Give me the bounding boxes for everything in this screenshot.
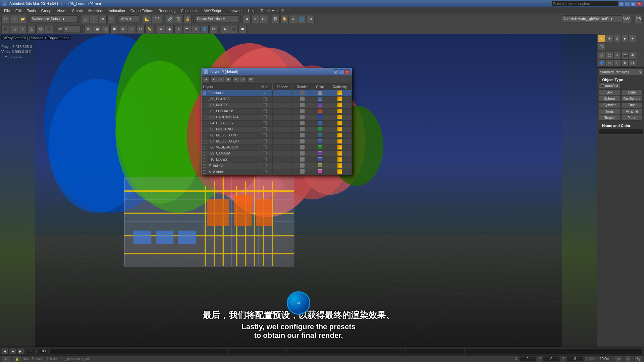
t2-btn6[interactable]: ☰: [45, 25, 53, 33]
layer-dialog-help[interactable]: ?: [333, 69, 338, 74]
view-dropdown[interactable]: View ▾: [119, 15, 139, 23]
x-input[interactable]: [519, 356, 536, 362]
t2-shading[interactable]: ◆: [166, 25, 174, 33]
viewport-next-btn[interactable]: ▷: [625, 356, 632, 362]
menu-views[interactable]: Views: [54, 8, 69, 13]
search-input[interactable]: [551, 1, 619, 6]
menu-maxscript[interactable]: MAXScript: [201, 8, 224, 13]
unlink-btn[interactable]: ⛓: [175, 15, 183, 23]
timeline-play-btn[interactable]: ▶: [9, 348, 16, 354]
t2-align[interactable]: ⊞: [128, 25, 136, 33]
link-btn[interactable]: 🔗: [166, 15, 174, 23]
automultimatte-dropdown[interactable]: AutoMultiMatte_lightSelectorEr ▾: [562, 15, 622, 23]
plane-btn[interactable]: Plane: [621, 115, 643, 121]
r2-btn9[interactable]: ≡: [621, 59, 629, 67]
layer-row-01[interactable]: _01_MUROS —: [202, 102, 352, 108]
layer-move-btn[interactable]: ⤶: [232, 76, 239, 82]
shape-icon[interactable]: ◯: [606, 52, 613, 59]
create-selection-dropdown[interactable]: Create Selection ▾: [195, 15, 239, 23]
layer-render-default[interactable]: [292, 90, 312, 96]
spacewarp-icon[interactable]: 🌀: [598, 59, 605, 67]
t2-spacewarp[interactable]: 🌀: [201, 25, 209, 33]
settings-btn[interactable]: ⚙: [307, 15, 315, 23]
menu-debrismaker[interactable]: DebrisMaker2: [258, 8, 286, 13]
t2-btn1[interactable]: ⬛: [1, 25, 9, 33]
hide-cb-00[interactable]: [263, 97, 267, 101]
all-dropdown[interactable]: ▾: [64, 25, 80, 33]
layer-parent-btn[interactable]: ⤸: [240, 76, 247, 82]
nav-circle[interactable]: ⊙: [287, 291, 310, 315]
y-input[interactable]: [543, 356, 560, 362]
scale-btn[interactable]: ⤡: [107, 15, 115, 23]
r2-btn8[interactable]: ⊞: [613, 59, 621, 67]
layer-rad-default[interactable]: [328, 90, 352, 96]
menu-laubwerk[interactable]: Laubwerk: [224, 8, 245, 13]
t2-measure[interactable]: 📏: [145, 25, 153, 33]
layer-row-06[interactable]: _06_MOBIL...O INT —: [202, 132, 352, 138]
workspace-dropdown[interactable]: Workspace: Default ▾: [31, 15, 77, 23]
viewport-snap-toggle[interactable]: 🔧: [634, 356, 643, 362]
layer-row-default[interactable]: 0 (default) ✓ —: [202, 90, 352, 96]
layer-row-02[interactable]: _02_FORJADOS —: [202, 108, 352, 114]
layer-color-default[interactable]: [312, 90, 328, 96]
name-input[interactable]: [599, 129, 643, 134]
hierarchy-tab[interactable]: ⊕: [613, 35, 621, 42]
select-filter-btn[interactable]: St...: [1, 356, 11, 362]
layer-row-00[interactable]: _00_PLANOS —: [202, 96, 352, 102]
layer-row-09[interactable]: _09_CAMARA —: [202, 150, 352, 157]
pyramid-btn[interactable]: Pyramid: [621, 109, 643, 114]
menu-rendering[interactable]: Rendering: [156, 8, 178, 13]
snap-value[interactable]: 2.5: [152, 15, 162, 23]
viewport[interactable]: [VRayCam001] | Shaded + Edged Faces Poly…: [0, 34, 597, 347]
min-btn[interactable]: –: [625, 1, 630, 6]
undo-btn[interactable]: ↩: [1, 15, 9, 23]
sphere-btn[interactable]: Sphere: [599, 96, 621, 102]
t2-btn3[interactable]: ○: [19, 25, 27, 33]
camera-icon[interactable]: 📷: [621, 52, 629, 59]
cylinder-btn[interactable]: Cylinder: [599, 102, 621, 108]
tube-btn[interactable]: Tube: [621, 102, 643, 108]
timeline-track[interactable]: [49, 348, 643, 354]
t2-align2[interactable]: ⊟: [137, 25, 145, 33]
vmc-btn[interactable]: VMC: [623, 15, 631, 23]
geometry-icon[interactable]: ⬡: [598, 52, 605, 59]
layer-row-03[interactable]: _03_CARPINTERIA —: [202, 114, 352, 120]
t2-select-lasso[interactable]: ✱: [110, 25, 118, 33]
t2-render-frame[interactable]: ⬛: [230, 25, 238, 33]
layer-row-mi[interactable]: M_interior —: [202, 163, 352, 169]
layer-row-04[interactable]: _04_DETALLES —: [202, 120, 352, 126]
open-btn[interactable]: 📂: [19, 15, 27, 23]
select-btn[interactable]: ⬚: [81, 15, 89, 23]
menu-tools[interactable]: Tools: [24, 8, 39, 13]
menu-graph-editors[interactable]: Graph Editors: [128, 8, 156, 13]
layer-select-btn[interactable]: ⊕: [225, 76, 232, 82]
anim-prev-btn[interactable]: ⏮: [243, 15, 251, 23]
layer-btn[interactable]: ≡: [289, 15, 297, 23]
light-icon[interactable]: ☀: [613, 52, 621, 59]
move-btn[interactable]: ✛: [90, 15, 98, 23]
matlib-btn[interactable]: 🎨: [280, 15, 288, 23]
snap-btn[interactable]: 📐: [143, 15, 151, 23]
torus-btn[interactable]: Torus: [599, 109, 621, 114]
layer-view-btn[interactable]: 👁: [247, 76, 254, 82]
anim-play-btn[interactable]: ⏸: [251, 15, 259, 23]
redo-btn[interactable]: ↪: [10, 15, 18, 23]
helper-icon[interactable]: ✤: [629, 52, 636, 59]
lock-btn[interactable]: 🔒: [13, 356, 21, 362]
timeline-end[interactable]: [38, 348, 48, 354]
layer-dialog-close[interactable]: ×: [344, 69, 350, 74]
timeline-next-btn[interactable]: ▶|: [17, 348, 24, 354]
layer-row-08[interactable]: _08_VEGETACION —: [202, 144, 352, 150]
t2-helper[interactable]: ✤: [192, 25, 200, 33]
render-btn[interactable]: 🖼: [272, 15, 280, 23]
help-btn[interactable]: ?: [619, 1, 624, 6]
geosphere-btn[interactable]: GeoSphere: [621, 96, 643, 102]
system-icon[interactable]: ⚙: [606, 59, 613, 67]
utilities-tab[interactable]: 🔧: [598, 43, 605, 50]
max-btn[interactable]: □: [631, 1, 636, 6]
layer-row-xs[interactable]: X_shapes —: [202, 169, 352, 175]
t2-select-obj[interactable]: ⊕: [84, 25, 92, 33]
t2-select-region[interactable]: ◻: [102, 25, 110, 33]
rotate-btn[interactable]: ↻: [99, 15, 107, 23]
timeline-start[interactable]: [25, 348, 36, 354]
